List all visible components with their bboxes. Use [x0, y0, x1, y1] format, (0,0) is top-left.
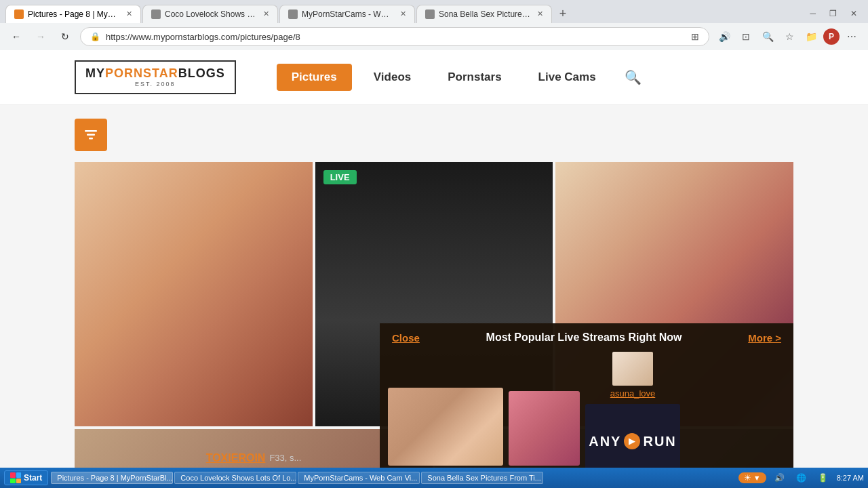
- tab-label-3: MyPornStarCams - Web Cam Vi...: [302, 9, 393, 19]
- live-cams-popup: Close Most Popular Live Streams Right No…: [380, 323, 793, 487]
- back-button[interactable]: ←: [7, 27, 26, 46]
- taskbar-app-4-label: Sona Bella Sex Pictures From Ti...: [427, 474, 541, 482]
- cam-name-asuna: asuna_love: [610, 388, 656, 399]
- taskbar-app-3[interactable]: MyPornStarCams - Web Cam Vi...: [298, 472, 420, 484]
- svg-rect-2: [89, 138, 93, 140]
- zoom-icon[interactable]: 🔍: [758, 27, 777, 46]
- read-aloud-icon[interactable]: 🔊: [715, 27, 734, 46]
- live-badge: LIVE: [323, 170, 357, 184]
- new-tab-button[interactable]: +: [553, 4, 572, 23]
- page-wrapper: MYPORNSTARBLOGS EST. 2008 Pictures Video…: [0, 50, 868, 487]
- nav-live-cams[interactable]: Live Cams: [524, 64, 611, 91]
- content-area: LIVE TOXIEROIN F33, s... 17m 32s: [0, 105, 868, 487]
- weather-temp-label: ▼: [753, 474, 761, 482]
- speaker-icon[interactable]: 🔊: [770, 468, 789, 487]
- weather-sun-icon: ☀: [744, 473, 751, 483]
- site-header: MYPORNSTARBLOGS EST. 2008 Pictures Video…: [0, 50, 868, 105]
- windows-logo-icon: [10, 472, 21, 483]
- nav-icons-right: 🔊 ⊡ 🔍 ☆ 📁 P ⋯: [715, 27, 861, 46]
- taskbar-app-4[interactable]: Sona Bella Sex Pictures From Ti...: [421, 472, 543, 484]
- tab-favicon-4: [425, 9, 435, 19]
- close-window-button[interactable]: ✕: [845, 6, 863, 21]
- filter-button[interactable]: [75, 119, 107, 151]
- tab-label-4: Sona Bella Sex Pictures From Ti...: [439, 9, 530, 19]
- address-bar[interactable]: 🔒 https://www.mypornstarblogs.com/pictur…: [80, 27, 709, 46]
- popup-cams: Victoria_009 Wet__Bunny as: [380, 352, 793, 487]
- tab-favicon-1: [14, 9, 24, 19]
- nav-pornstars[interactable]: Pornstars: [433, 64, 516, 91]
- tab-close-1[interactable]: ✕: [126, 9, 132, 18]
- nav-videos[interactable]: Videos: [359, 64, 426, 91]
- filter-icon: [83, 127, 99, 143]
- collections-icon[interactable]: ⊡: [736, 27, 755, 46]
- model-name[interactable]: TOXIEROIN: [206, 452, 266, 464]
- tab-label-2: Coco Lovelock Shows Lots Of Lo...: [165, 9, 256, 19]
- tab-close-2[interactable]: ✕: [263, 9, 269, 18]
- logo-subtitle: EST. 2008: [135, 81, 176, 87]
- browser-chrome: Pictures - Page 8 | MyPornStarBl... ✕ Co…: [0, 0, 868, 50]
- popup-title: Most Popular Live Streams Right Now: [428, 331, 740, 344]
- minimize-button[interactable]: ─: [804, 6, 821, 21]
- tab-favicon-3: [288, 9, 298, 19]
- battery-icon[interactable]: 🔋: [814, 468, 833, 487]
- weather-widget[interactable]: ☀ ▼: [738, 472, 766, 483]
- lock-icon: 🔒: [90, 32, 100, 41]
- forward-button[interactable]: →: [31, 27, 50, 46]
- cam-item-wet-bunny[interactable]: Wet__Bunny: [509, 391, 580, 479]
- search-icon[interactable]: 🔍: [625, 69, 642, 85]
- browser-tab-2[interactable]: Coco Lovelock Shows Lots Of Lo... ✕: [142, 5, 278, 23]
- anyrun-play-icon: ▶: [624, 433, 640, 449]
- cam-item-asuna[interactable]: asuna_love ANY ▶ RUN: [585, 352, 680, 479]
- tab-label-1: Pictures - Page 8 | MyPornStarBl...: [28, 9, 119, 19]
- taskbar-app-3-label: MyPornStarCams - Web Cam Vi...: [304, 474, 417, 482]
- svg-rect-0: [85, 130, 97, 132]
- tab-close-4[interactable]: ✕: [537, 9, 543, 18]
- browser-tab-1[interactable]: Pictures - Page 8 | MyPornStarBl... ✕: [5, 5, 141, 23]
- taskbar-app-1[interactable]: Pictures - Page 8 | MyPornStarBl...: [51, 472, 173, 484]
- svg-rect-1: [87, 134, 95, 136]
- settings-icon[interactable]: ⋯: [842, 27, 861, 46]
- restore-button[interactable]: ❐: [824, 6, 842, 21]
- popup-more-button[interactable]: More >: [748, 332, 781, 344]
- tab-bar: Pictures - Page 8 | MyPornStarBl... ✕ Co…: [0, 0, 868, 23]
- start-label: Start: [24, 473, 42, 483]
- main-nav: Pictures Videos Pornstars Live Cams 🔍: [277, 64, 642, 91]
- profile-icon[interactable]: P: [823, 28, 840, 45]
- taskbar-apps: Pictures - Page 8 | MyPornStarBl... Coco…: [51, 472, 735, 484]
- taskbar-time: 8:27 AM: [837, 474, 864, 482]
- page-content-wrapper: LIVE TOXIEROIN F33, s... 17m 32s: [75, 162, 793, 487]
- reader-icon[interactable]: ⊞: [691, 31, 699, 42]
- tab-favicon-2: [151, 9, 161, 19]
- refresh-button[interactable]: ↻: [56, 27, 75, 46]
- taskbar-app-2-label: Coco Lovelock Shows Lots Of Lo...: [180, 474, 296, 482]
- taskbar-app-1-label: Pictures - Page 8 | MyPornStarBl...: [57, 474, 172, 482]
- site-logo[interactable]: MYPORNSTARBLOGS EST. 2008: [75, 60, 236, 94]
- start-button[interactable]: Start: [4, 470, 48, 485]
- nav-pictures[interactable]: Pictures: [277, 64, 352, 91]
- tab-close-3[interactable]: ✕: [400, 9, 406, 18]
- model-info: F33, s...: [269, 453, 301, 463]
- favorites-bar-icon[interactable]: 📁: [802, 27, 821, 46]
- favorites-icon[interactable]: ☆: [780, 27, 799, 46]
- url-text: https://www.mypornstarblogs.com/pictures…: [106, 32, 686, 42]
- anyrun-run-text: RUN: [643, 434, 676, 449]
- network-icon[interactable]: 🌐: [792, 468, 811, 487]
- browser-tab-3[interactable]: MyPornStarCams - Web Cam Vi... ✕: [279, 5, 415, 23]
- taskbar-right: ☀ ▼ 🔊 🌐 🔋 8:27 AM: [738, 468, 864, 487]
- popup-header: Close Most Popular Live Streams Right No…: [380, 323, 793, 352]
- anyrun-text: ANY: [589, 434, 621, 449]
- browser-tab-4[interactable]: Sona Bella Sex Pictures From Ti... ✕: [416, 5, 552, 23]
- popup-close-button[interactable]: Close: [392, 332, 420, 344]
- grid-item-1[interactable]: [75, 162, 313, 426]
- taskbar-app-2[interactable]: Coco Lovelock Shows Lots Of Lo...: [174, 472, 296, 484]
- cam-item-victoria[interactable]: Victoria_009: [388, 388, 503, 479]
- nav-bar: ← → ↻ 🔒 https://www.mypornstarblogs.com/…: [0, 23, 868, 50]
- time-display: 8:27 AM: [837, 474, 864, 482]
- taskbar: Start Pictures - Page 8 | MyPornStarBl..…: [0, 468, 868, 488]
- taskbar-icons: 🔊 🌐 🔋: [770, 468, 833, 487]
